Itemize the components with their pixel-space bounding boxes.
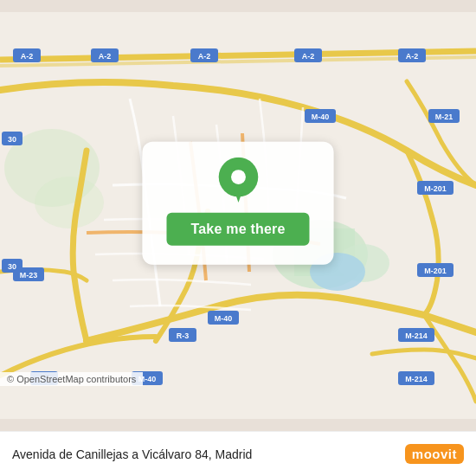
svg-text:M-214: M-214 [405,331,428,340]
location-pin-icon [215,158,261,204]
address-text: Avenida de Canillejas a Vicálvaro 84, Ma… [12,447,252,461]
map-area: A-2 A-2 A-2 A-2 A-2 M-40 M-40 M-201 M-20… [0,0,476,431]
moovit-logo: moovit [405,444,464,464]
svg-text:M-40: M-40 [215,314,233,323]
cta-overlay: Take me there [142,142,333,265]
svg-text:A-2: A-2 [21,52,34,61]
svg-point-6 [35,177,104,228]
svg-point-44 [231,170,246,184]
svg-text:A-2: A-2 [99,52,112,61]
svg-text:30: 30 [8,135,16,144]
moovit-logo-text: moovit [412,447,457,461]
svg-text:M-214: M-214 [405,375,428,383]
svg-text:M-23: M-23 [20,271,38,280]
svg-text:M-201: M-201 [424,267,447,275]
svg-text:M-40: M-40 [312,113,330,121]
svg-text:A-2: A-2 [406,52,419,61]
take-me-there-button[interactable]: Take me there [166,213,309,246]
svg-text:30: 30 [8,262,16,271]
svg-text:A-2: A-2 [302,52,315,61]
bottom-bar: Avenida de Canillejas a Vicálvaro 84, Ma… [0,431,476,476]
app-container: A-2 A-2 A-2 A-2 A-2 M-40 M-40 M-201 M-20… [0,0,476,476]
svg-text:A-2: A-2 [198,52,211,61]
svg-text:M-21: M-21 [435,113,453,121]
moovit-logo-box: moovit [405,444,464,464]
svg-text:M-201: M-201 [424,184,447,193]
svg-text:R-3: R-3 [177,331,190,340]
map-attribution: © OpenStreetMap contributors [0,372,143,386]
